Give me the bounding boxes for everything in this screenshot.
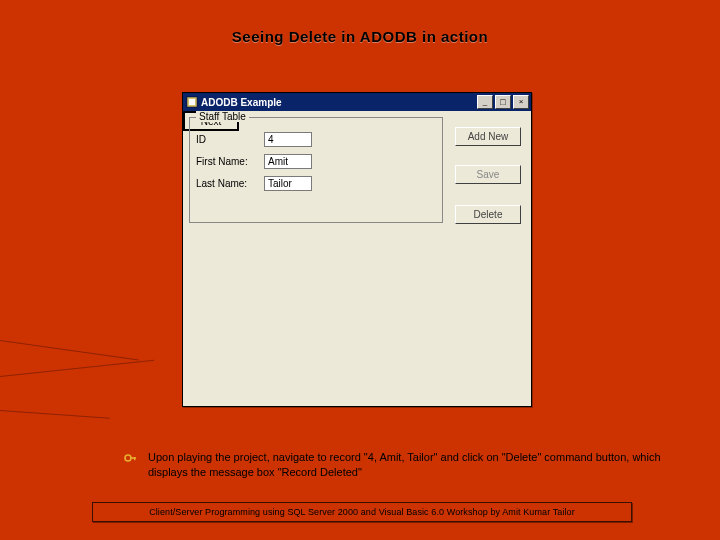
firstname-field[interactable] (264, 154, 312, 169)
svg-rect-4 (134, 457, 135, 460)
window-body: Staff Table ID First Name: Last Name: Ad… (183, 111, 531, 406)
firstname-label: First Name: (196, 156, 264, 167)
decorative-line (0, 410, 110, 419)
decorative-line (0, 340, 139, 360)
footer: Client/Server Programming using SQL Serv… (92, 502, 632, 522)
firstname-row: First Name: (196, 154, 312, 169)
save-button[interactable]: Save (455, 165, 521, 184)
addnew-button[interactable]: Add New (455, 127, 521, 146)
maximize-button[interactable]: □ (495, 95, 511, 109)
decorative-line (0, 360, 154, 377)
app-icon (186, 96, 198, 108)
titlebar: ADODB Example _ □ × (183, 93, 531, 111)
page-title: Seeing Delete in ADODB in action (0, 28, 720, 45)
id-label: ID (196, 134, 264, 145)
svg-rect-1 (189, 99, 195, 105)
window-controls: _ □ × (477, 95, 529, 109)
app-window: ADODB Example _ □ × Staff Table ID First… (182, 92, 532, 407)
bullet-item: Upon playing the project, navigate to re… (124, 450, 684, 480)
staff-table-group: Staff Table ID First Name: Last Name: (189, 117, 443, 223)
bullet-text: Upon playing the project, navigate to re… (148, 450, 684, 480)
delete-button[interactable]: Delete (455, 205, 521, 224)
id-field[interactable] (264, 132, 312, 147)
lastname-row: Last Name: (196, 176, 312, 191)
id-row: ID (196, 132, 312, 147)
lastname-field[interactable] (264, 176, 312, 191)
group-legend: Staff Table (196, 111, 249, 122)
close-button[interactable]: × (513, 95, 529, 109)
key-icon (124, 451, 138, 465)
window-title: ADODB Example (201, 97, 477, 108)
lastname-label: Last Name: (196, 178, 264, 189)
minimize-button[interactable]: _ (477, 95, 493, 109)
